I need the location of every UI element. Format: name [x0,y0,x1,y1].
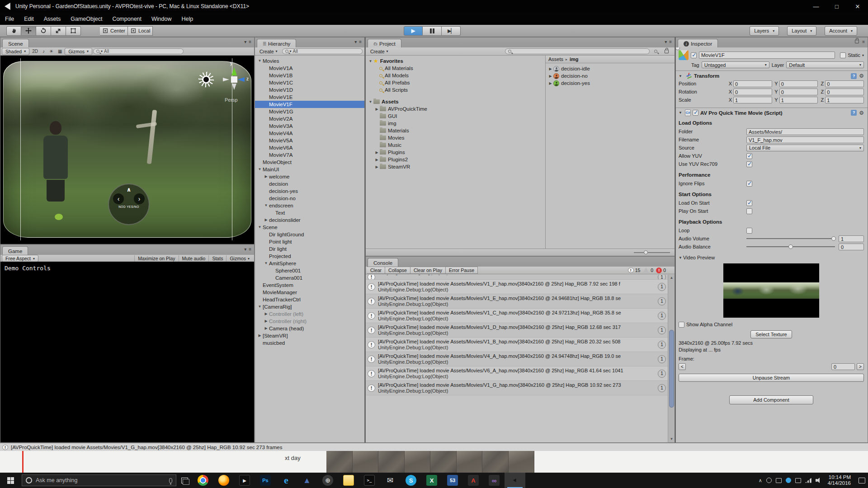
favorite-search-item[interactable]: All Prefabs [366,79,545,86]
console-log-entry[interactable]: ! [AVProQuickTime] loaded movie Assets/M… [366,294,668,309]
asset-file-item[interactable]: ▶ decision-yes [546,80,675,87]
fold-arrow-icon[interactable]: ▶ [263,216,269,224]
tag-dropdown[interactable]: Untagged▾ [702,61,769,68]
create-button[interactable]: Create▾ [257,48,280,55]
play-on-start-checkbox[interactable] [746,208,752,214]
y-value-field[interactable]: 1 [779,97,818,103]
help-icon[interactable]: ? [851,73,857,79]
folder-field[interactable]: Assets/Movies/ [746,128,864,135]
asset-file-item[interactable]: ▶ decision-idle [546,65,675,72]
hierarchy-item[interactable]: Dir lightGround [255,231,364,238]
ignore-flips-checkbox[interactable] [746,181,752,187]
game-toolbar-button[interactable]: Maximize on Play [134,255,178,262]
z-value-field[interactable]: 0 [825,89,864,95]
audio-volume-value[interactable]: 1 [839,235,864,242]
filename-field[interactable]: V1_F_hap.mov [746,136,864,143]
console-toolbar-button[interactable]: Clear on Play [410,267,446,274]
axis-z-arrow[interactable] [237,77,245,82]
fold-arrow-icon[interactable]: ▼ [679,111,683,115]
y-value-field[interactable]: 0 [779,89,818,95]
taskbar-app-icon-media-player[interactable]: ▶ [234,473,255,488]
toolbar-dropdown[interactable]: Account▾ [825,26,857,36]
hierarchy-item[interactable]: Sphere001 [255,267,364,274]
tray-icon[interactable] [786,478,791,483]
2d-toggle[interactable]: 2D [30,49,40,54]
hierarchy-item[interactable]: MovieV3A [255,122,364,130]
scrollbar-thumb[interactable] [669,330,674,408]
taskbar-app-icon-photoshop[interactable]: Ps [255,473,276,488]
scene-lighting-icon[interactable]: ☀ [47,49,55,54]
audio-balance-slider[interactable] [746,246,835,247]
status-bar[interactable]: ! [AVProQuickTime] loaded movie Assets/M… [0,443,868,451]
taskbar-app-icon-unity[interactable] [505,473,525,488]
microphone-icon[interactable] [169,478,172,483]
fold-arrow-icon[interactable]: ▼ [257,57,263,65]
console-toolbar-button[interactable]: Error Pause [446,267,478,274]
frame-value-field[interactable]: 0 [831,363,855,370]
hand-tool-button[interactable] [6,26,21,36]
audio-volume-slider[interactable] [746,238,835,239]
hierarchy-item[interactable]: ▼ Movies [255,57,364,65]
taskbar-app-icon-adobe-app[interactable]: A [463,473,484,488]
hierarchy-item[interactable]: ▼ endscreen [255,202,364,209]
taskbar-app-icon-chrome[interactable] [193,473,213,488]
taskbar-app-icon-command-prompt[interactable]: >_ [359,473,380,488]
favorite-search-item[interactable]: All Materials [366,65,545,72]
menu-item[interactable]: File [0,14,19,24]
hierarchy-item[interactable]: MovieObject [255,159,364,166]
console-log-entry[interactable]: ! [AVProQuickTime] loaded movie Assets/M… [366,280,668,294]
hierarchy-item[interactable]: MovieV1C [255,79,364,86]
scene-viewport[interactable]: y z Persp ∧ ‹ › NOD YES/NO [0,56,254,244]
select-texture-button[interactable]: Select Texture [750,330,792,338]
taskbar-app-icon-file-explorer[interactable] [338,473,359,488]
tray-icon[interactable] [776,478,782,483]
project-folder[interactable]: ▶ Plugins [366,149,545,156]
hierarchy-item[interactable]: ▶ [SteamVR] [255,332,364,339]
load-on-start-checkbox[interactable] [746,200,752,206]
fold-arrow-icon[interactable]: ▶ [263,318,269,325]
move-tool-button[interactable] [21,26,36,36]
hierarchy-item[interactable]: MovieV1G [255,108,364,115]
scene-orientation-gizmo[interactable]: y z [223,66,246,94]
tab-scene[interactable]: Scene [2,39,29,47]
tray-icon[interactable] [766,478,772,483]
minimize-button[interactable]: — [806,0,826,13]
warning-count[interactable]: 0 [643,267,653,273]
rect-tool-button[interactable] [66,26,81,36]
hierarchy-item[interactable]: Projected [255,253,364,260]
console-log-entry[interactable]: ! [AVProQuickTime] loaded movie Assets/M… [366,338,668,352]
hierarchy-item[interactable]: Camera001 [255,274,364,282]
scene-effects-icon[interactable]: ▦ [56,49,64,54]
aspect-dropdown[interactable]: Free Aspect▾ [2,255,38,262]
pivot-toggle-button[interactable]: Center [100,26,128,36]
project-folder[interactable]: img [366,120,545,127]
favorites-root[interactable]: ▼★ Favorites [366,57,545,65]
project-folder[interactable]: ▶ SteamVR [366,163,545,170]
lock-icon[interactable] [662,49,673,54]
close-button[interactable]: ✕ [847,0,868,13]
start-button[interactable] [0,473,21,488]
use-yuv-checkbox[interactable] [746,161,752,167]
taskbar-app-icon-firefox[interactable] [213,473,234,488]
frame-prev-button[interactable]: < [679,363,686,370]
info-count[interactable]: !15 [628,267,641,273]
fold-arrow-icon[interactable]: ▶ [263,310,269,318]
play-button[interactable]: ▶ [404,26,423,36]
menu-item[interactable]: GameObject [66,14,107,24]
hierarchy-item[interactable]: decision-no [255,195,364,202]
breadcrumb-root[interactable]: Assets [548,56,563,62]
menu-item[interactable]: Edit [19,14,39,24]
cortana-search-input[interactable]: Ask me anything [22,474,176,486]
y-value-field[interactable]: 0 [779,80,818,87]
project-folder[interactable]: Movies [366,134,545,141]
project-folder[interactable]: ▶ Plugins2 [366,156,545,163]
hierarchy-item[interactable]: MovieV1B [255,72,364,79]
gear-icon[interactable]: ⚙ [859,110,864,116]
scene-audio-icon[interactable]: ♪ [41,49,47,54]
menu-item[interactable]: Window [146,14,176,24]
fold-arrow-icon[interactable]: ▶ [263,173,269,180]
toolbar-dropdown[interactable]: Layers▾ [750,26,779,36]
menu-item[interactable]: Help [176,14,198,24]
rotate-tool-button[interactable] [36,26,51,36]
action-center-icon[interactable] [859,478,865,483]
